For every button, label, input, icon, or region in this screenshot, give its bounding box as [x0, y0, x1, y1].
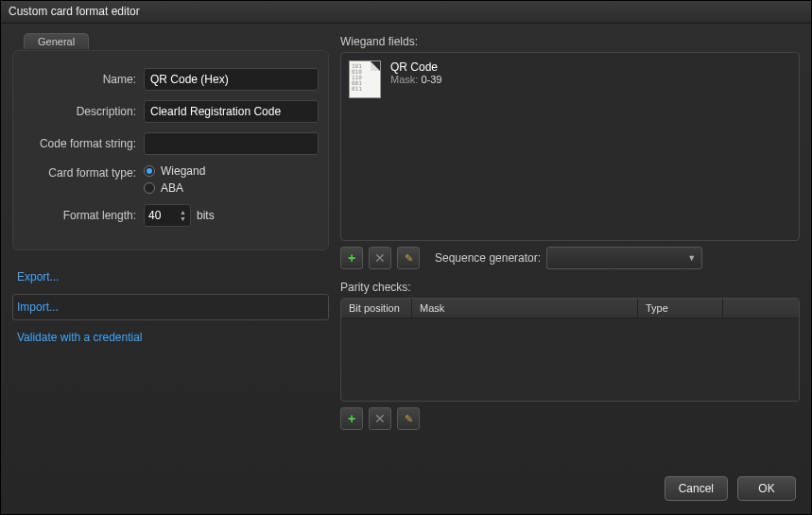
- binary-page-icon: [349, 60, 381, 98]
- card-format-type-label: Card format type:: [23, 164, 144, 180]
- name-input[interactable]: [144, 68, 319, 91]
- wiegand-toolbar: + ✕ ✎ Sequence generator: ▼: [340, 247, 800, 269]
- wiegand-fields-list[interactable]: QR Code Mask: 0-39: [340, 52, 800, 241]
- parity-checks-table[interactable]: Bit position Mask Type: [340, 298, 800, 402]
- cancel-button[interactable]: Cancel: [665, 476, 728, 501]
- wiegand-field-title: QR Code: [390, 60, 441, 74]
- validate-link-label: Validate with a credential: [17, 331, 143, 344]
- x-icon: ✕: [374, 250, 386, 266]
- chevron-down-icon: ▼: [687, 253, 696, 263]
- dialog-title: Custom card format editor: [9, 5, 140, 18]
- col-mask[interactable]: Mask: [412, 299, 638, 318]
- delete-parity-button[interactable]: ✕: [369, 407, 391, 430]
- dialog-content: General Name: Description: Code format s…: [1, 24, 811, 467]
- radio-dot-icon: [144, 182, 155, 194]
- x-icon: ✕: [374, 411, 386, 426]
- wiegand-field-text: QR Code Mask: 0-39: [390, 60, 441, 85]
- radio-dot-icon: [144, 165, 155, 177]
- general-fieldset-wrap: General Name: Description: Code format s…: [12, 50, 329, 264]
- wiegand-fields-label: Wiegand fields:: [340, 35, 800, 48]
- dialog-titlebar: Custom card format editor: [1, 1, 811, 24]
- right-column: Wiegand fields: QR Code Mask: 0-39 + ✕: [340, 35, 800, 455]
- stepper-buttons-icon[interactable]: ▲▼: [180, 209, 186, 222]
- parity-toolbar: + ✕ ✎: [340, 407, 800, 430]
- format-length-value: 40: [148, 209, 161, 222]
- pencil-icon: ✎: [405, 413, 413, 425]
- radio-wiegand-label: Wiegand: [161, 164, 205, 178]
- dialog-footer: Cancel OK: [1, 467, 811, 514]
- parity-table-header: Bit position Mask Type: [341, 299, 799, 318]
- wiegand-mask-value: 0-39: [421, 74, 441, 85]
- import-link[interactable]: Import...: [12, 294, 329, 320]
- radio-aba[interactable]: ABA: [144, 181, 205, 195]
- edit-wiegand-button[interactable]: ✎: [397, 247, 420, 269]
- export-link[interactable]: Export...: [12, 264, 329, 290]
- radio-wiegand[interactable]: Wiegand: [144, 164, 205, 178]
- add-wiegand-button[interactable]: +: [340, 247, 363, 269]
- col-type[interactable]: Type: [638, 299, 723, 318]
- wiegand-field-item[interactable]: QR Code Mask: 0-39: [341, 53, 799, 106]
- general-fieldset: Name: Description: Code format string: C…: [12, 50, 329, 250]
- parity-checks-label: Parity checks:: [340, 281, 800, 294]
- general-legend: General: [24, 33, 89, 49]
- format-length-unit: bits: [197, 209, 215, 222]
- code-format-string-label: Code format string:: [23, 137, 144, 150]
- validate-link[interactable]: Validate with a credential: [12, 324, 329, 351]
- code-format-string-input[interactable]: [144, 132, 319, 155]
- format-length-stepper[interactable]: 40 ▲▼: [144, 204, 191, 227]
- description-label: Description:: [23, 105, 144, 118]
- wiegand-field-subtitle: Mask: 0-39: [390, 74, 441, 85]
- card-format-type-group: Wiegand ABA: [144, 164, 205, 195]
- edit-parity-button[interactable]: ✎: [397, 407, 420, 430]
- wiegand-mask-label: Mask:: [390, 74, 418, 85]
- import-link-label: Import...: [17, 300, 59, 314]
- export-link-label: Export...: [17, 270, 60, 283]
- description-input[interactable]: [144, 100, 319, 123]
- delete-wiegand-button[interactable]: ✕: [369, 247, 391, 269]
- left-column: General Name: Description: Code format s…: [12, 35, 329, 455]
- col-empty: [723, 299, 799, 318]
- pencil-icon: ✎: [405, 252, 413, 265]
- radio-aba-label: ABA: [161, 181, 183, 195]
- name-label: Name:: [23, 73, 144, 86]
- format-length-label: Format length:: [23, 209, 144, 222]
- card-format-editor-dialog: Custom card format editor General Name: …: [0, 0, 812, 515]
- sequence-generator-label: Sequence generator:: [435, 251, 541, 265]
- ok-button[interactable]: OK: [737, 476, 796, 501]
- plus-icon: +: [348, 411, 355, 426]
- plus-icon: +: [348, 250, 355, 266]
- col-bit-position[interactable]: Bit position: [341, 299, 412, 318]
- sequence-generator-combo[interactable]: ▼: [546, 247, 702, 269]
- add-parity-button[interactable]: +: [340, 407, 363, 430]
